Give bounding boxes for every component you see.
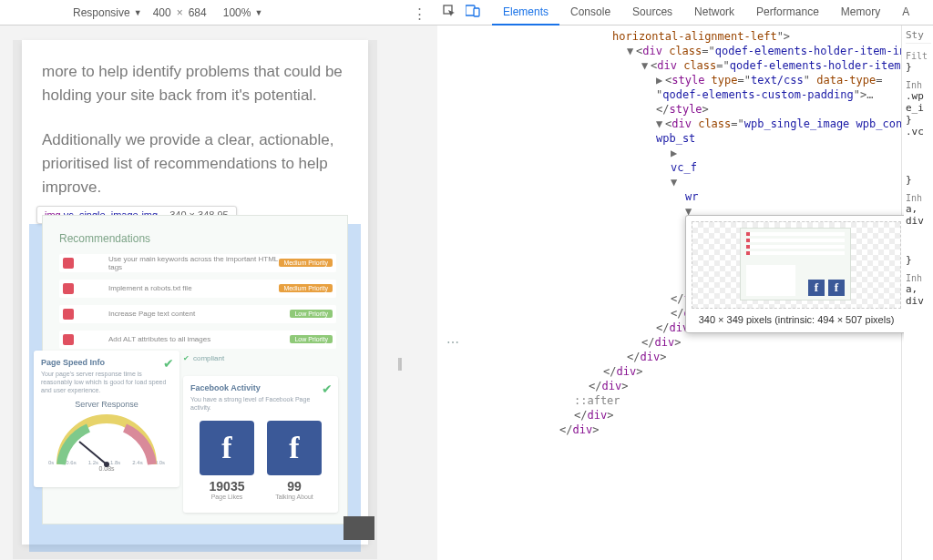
zoom-select[interactable]: 100%▼ (223, 6, 263, 19)
inspect-element-icon[interactable] (437, 5, 461, 20)
check-icon: ✔ (183, 354, 190, 362)
facebook-icon: f (267, 421, 322, 475)
chevron-down-icon: ▼ (134, 8, 142, 17)
tab-network[interactable]: Network (683, 0, 745, 25)
recommendations-heading: Recommendations (59, 232, 150, 245)
scroll-to-top-button[interactable] (343, 516, 374, 540)
body-paragraph: Additionally we provide a clear, actiona… (42, 128, 348, 200)
recommendation-row: Implement a robots.txt fileMedium Priori… (59, 280, 336, 298)
facebook-icon: f (200, 421, 254, 475)
viewport-width-input[interactable]: 400 (153, 6, 171, 19)
check-icon: ✔ (163, 356, 174, 371)
gauge-icon (52, 414, 161, 469)
tab-performance[interactable]: Performance (745, 0, 830, 25)
svg-rect-4 (474, 8, 479, 16)
recommendation-row: Add ALT attributes to all imagesLow Prio… (59, 331, 336, 349)
device-toolbar: Responsive▼ 400 × 684 100%▼ ⋮ (0, 0, 437, 25)
device-mode-select[interactable]: Responsive▼ (73, 6, 142, 19)
devtools-tabs: Elements Console Sources Network Perform… (492, 0, 920, 25)
styles-sidebar[interactable]: Sty Filt } Inh .wp e_i } .vc } Inh a, di… (904, 25, 933, 560)
toggle-device-toolbar-icon[interactable] (461, 5, 485, 20)
rendered-page: more to help identify problems that coul… (22, 40, 368, 545)
tab-console[interactable]: Console (559, 0, 621, 25)
recommendation-row: Increase Page text contentLow Priority (59, 305, 336, 323)
tab-more[interactable]: A (891, 0, 920, 25)
tab-sources[interactable]: Sources (621, 0, 683, 25)
facebook-activity-card: ✔ Facebook Activity You have a strong le… (183, 376, 338, 513)
device-toolbar-more-icon[interactable]: ⋮ (413, 5, 426, 22)
pseudo-after: ::after (572, 393, 901, 408)
times-icon: × (177, 6, 183, 19)
svg-line-0 (79, 442, 107, 464)
check-icon: ✔ (322, 382, 333, 396)
body-paragraph: more to help identify problems that coul… (42, 60, 348, 108)
page-speed-card: ✔ Page Speed Info Your page's server res… (34, 351, 179, 487)
inspected-image[interactable]: Recommendations Use your main keywords a… (42, 215, 348, 524)
dom-gutter-marker: ⋯ (446, 335, 459, 350)
viewport-height-input[interactable]: 684 (189, 6, 207, 19)
recommendation-row: Use your main keywords across the import… (59, 254, 336, 272)
devtools-toolbar: Elements Console Sources Network Perform… (437, 0, 933, 25)
chevron-down-icon: ▼ (254, 8, 262, 17)
image-hover-preview: f f 340 × 349 pixels (intrinsic: 494 × 5… (685, 215, 907, 333)
device-viewport: more to help identify problems that coul… (0, 25, 437, 560)
pane-resize-handle[interactable]: || (397, 355, 401, 371)
tab-elements[interactable]: Elements (492, 0, 559, 25)
svg-point-1 (104, 462, 109, 467)
tab-memory[interactable]: Memory (830, 0, 891, 25)
